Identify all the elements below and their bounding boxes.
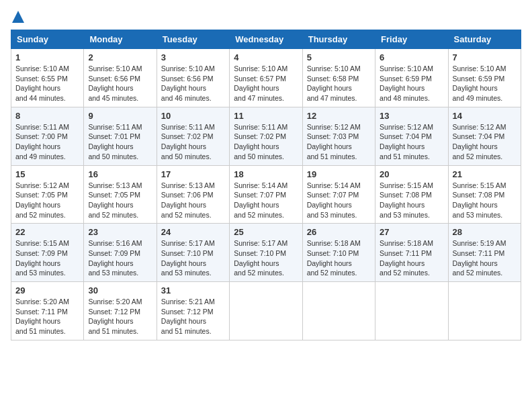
calendar-cell: 6 Sunrise: 5:10 AMSunset: 6:59 PMDayligh… <box>375 49 448 107</box>
calendar-cell: 17 Sunrise: 5:13 AMSunset: 7:06 PMDaylig… <box>157 165 229 224</box>
day-info: Sunrise: 5:12 AMSunset: 7:05 PMDaylight … <box>15 181 69 219</box>
day-info: Sunrise: 5:12 AMSunset: 7:04 PMDaylight … <box>380 123 433 161</box>
week-row-5: 29 Sunrise: 5:20 AMSunset: 7:11 PMDaylig… <box>11 282 521 340</box>
day-info: Sunrise: 5:20 AMSunset: 7:12 PMDaylight … <box>88 298 142 335</box>
calendar-cell: 22 Sunrise: 5:15 AMSunset: 7:09 PMDaylig… <box>11 224 84 282</box>
calendar-cell <box>448 282 521 340</box>
calendar-cell: 30 Sunrise: 5:20 AMSunset: 7:12 PMDaylig… <box>84 282 157 340</box>
day-number: 12 <box>307 111 371 121</box>
calendar-cell: 5 Sunrise: 5:10 AMSunset: 6:58 PMDayligh… <box>302 49 375 107</box>
calendar-cell <box>302 282 375 340</box>
day-number: 18 <box>234 169 298 179</box>
weekday-header-row: SundayMondayTuesdayWednesdayThursdayFrid… <box>11 30 521 49</box>
day-info: Sunrise: 5:14 AMSunset: 7:07 PMDaylight … <box>307 181 361 219</box>
day-number: 19 <box>307 169 371 179</box>
calendar-cell: 21 Sunrise: 5:15 AMSunset: 7:08 PMDaylig… <box>448 165 521 224</box>
calendar-cell: 18 Sunrise: 5:14 AMSunset: 7:07 PMDaylig… <box>230 165 302 224</box>
day-info: Sunrise: 5:13 AMSunset: 7:06 PMDaylight … <box>161 181 215 219</box>
day-number: 13 <box>380 111 443 121</box>
day-info: Sunrise: 5:21 AMSunset: 7:12 PMDaylight … <box>161 298 215 335</box>
day-info: Sunrise: 5:10 AMSunset: 6:56 PMDaylight … <box>161 64 215 102</box>
day-info: Sunrise: 5:11 AMSunset: 7:01 PMDaylight … <box>88 123 142 161</box>
calendar-cell: 4 Sunrise: 5:10 AMSunset: 6:57 PMDayligh… <box>230 49 302 107</box>
calendar-cell: 3 Sunrise: 5:10 AMSunset: 6:56 PMDayligh… <box>157 49 229 107</box>
day-number: 28 <box>453 227 517 237</box>
calendar-cell: 7 Sunrise: 5:10 AMSunset: 6:59 PMDayligh… <box>448 49 521 107</box>
day-info: Sunrise: 5:20 AMSunset: 7:11 PMDaylight … <box>15 298 69 335</box>
day-number: 30 <box>88 285 152 295</box>
weekday-header-thursday: Thursday <box>302 30 375 49</box>
calendar-cell: 13 Sunrise: 5:12 AMSunset: 7:04 PMDaylig… <box>375 107 448 165</box>
weekday-header-saturday: Saturday <box>448 30 521 49</box>
day-number: 29 <box>15 285 79 295</box>
week-row-3: 15 Sunrise: 5:12 AMSunset: 7:05 PMDaylig… <box>11 165 521 224</box>
calendar-cell <box>375 282 448 340</box>
day-number: 21 <box>453 169 517 179</box>
day-number: 8 <box>15 111 79 121</box>
calendar-cell: 2 Sunrise: 5:10 AMSunset: 6:56 PMDayligh… <box>84 49 157 107</box>
day-number: 5 <box>307 52 371 62</box>
day-info: Sunrise: 5:10 AMSunset: 6:56 PMDaylight … <box>88 64 142 102</box>
day-number: 10 <box>161 111 225 121</box>
calendar-cell: 11 Sunrise: 5:11 AMSunset: 7:02 PMDaylig… <box>230 107 302 165</box>
day-info: Sunrise: 5:16 AMSunset: 7:09 PMDaylight … <box>88 239 142 277</box>
day-number: 9 <box>88 111 152 121</box>
day-info: Sunrise: 5:10 AMSunset: 6:59 PMDaylight … <box>380 64 433 102</box>
day-number: 15 <box>15 169 79 179</box>
day-info: Sunrise: 5:18 AMSunset: 7:10 PMDaylight … <box>307 239 361 277</box>
day-info: Sunrise: 5:19 AMSunset: 7:11 PMDaylight … <box>453 239 506 277</box>
day-number: 27 <box>380 227 443 237</box>
calendar-cell: 26 Sunrise: 5:18 AMSunset: 7:10 PMDaylig… <box>302 224 375 282</box>
day-number: 3 <box>161 52 225 62</box>
calendar-cell: 20 Sunrise: 5:15 AMSunset: 7:08 PMDaylig… <box>375 165 448 224</box>
weekday-header-sunday: Sunday <box>11 30 84 49</box>
day-number: 11 <box>234 111 298 121</box>
day-info: Sunrise: 5:17 AMSunset: 7:10 PMDaylight … <box>234 239 287 277</box>
calendar-cell: 10 Sunrise: 5:11 AMSunset: 7:02 PMDaylig… <box>157 107 229 165</box>
day-info: Sunrise: 5:11 AMSunset: 7:02 PMDaylight … <box>234 123 287 161</box>
calendar-cell: 19 Sunrise: 5:14 AMSunset: 7:07 PMDaylig… <box>302 165 375 224</box>
calendar-cell: 9 Sunrise: 5:11 AMSunset: 7:01 PMDayligh… <box>84 107 157 165</box>
day-info: Sunrise: 5:11 AMSunset: 7:00 PMDaylight … <box>15 123 69 161</box>
calendar-cell: 28 Sunrise: 5:19 AMSunset: 7:11 PMDaylig… <box>448 224 521 282</box>
day-info: Sunrise: 5:15 AMSunset: 7:08 PMDaylight … <box>453 181 506 219</box>
day-number: 31 <box>161 285 225 295</box>
day-number: 22 <box>15 227 79 237</box>
day-info: Sunrise: 5:10 AMSunset: 6:55 PMDaylight … <box>15 64 69 102</box>
day-info: Sunrise: 5:13 AMSunset: 7:05 PMDaylight … <box>88 181 142 219</box>
calendar-cell <box>230 282 302 340</box>
weekday-header-monday: Monday <box>84 30 157 49</box>
svg-marker-0 <box>12 11 24 23</box>
week-row-2: 8 Sunrise: 5:11 AMSunset: 7:00 PMDayligh… <box>11 107 521 165</box>
week-row-1: 1 Sunrise: 5:10 AMSunset: 6:55 PMDayligh… <box>11 49 521 107</box>
day-number: 6 <box>380 52 443 62</box>
weekday-header-wednesday: Wednesday <box>230 30 302 49</box>
week-row-4: 22 Sunrise: 5:15 AMSunset: 7:09 PMDaylig… <box>11 224 521 282</box>
calendar-cell: 31 Sunrise: 5:21 AMSunset: 7:12 PMDaylig… <box>157 282 229 340</box>
day-info: Sunrise: 5:10 AMSunset: 6:57 PMDaylight … <box>234 64 287 102</box>
calendar-cell: 12 Sunrise: 5:12 AMSunset: 7:03 PMDaylig… <box>302 107 375 165</box>
calendar-cell: 25 Sunrise: 5:17 AMSunset: 7:10 PMDaylig… <box>230 224 302 282</box>
weekday-header-friday: Friday <box>375 30 448 49</box>
calendar-table: SundayMondayTuesdayWednesdayThursdayFrid… <box>11 30 521 340</box>
calendar-cell: 14 Sunrise: 5:12 AMSunset: 7:04 PMDaylig… <box>448 107 521 165</box>
day-info: Sunrise: 5:18 AMSunset: 7:11 PMDaylight … <box>380 239 433 277</box>
calendar-cell: 23 Sunrise: 5:16 AMSunset: 7:09 PMDaylig… <box>84 224 157 282</box>
day-info: Sunrise: 5:10 AMSunset: 6:58 PMDaylight … <box>307 64 361 102</box>
calendar-cell: 1 Sunrise: 5:10 AMSunset: 6:55 PMDayligh… <box>11 49 84 107</box>
day-number: 16 <box>88 169 152 179</box>
calendar-cell: 15 Sunrise: 5:12 AMSunset: 7:05 PMDaylig… <box>11 165 84 224</box>
day-number: 23 <box>88 227 152 237</box>
day-info: Sunrise: 5:14 AMSunset: 7:07 PMDaylight … <box>234 181 287 219</box>
day-info: Sunrise: 5:12 AMSunset: 7:03 PMDaylight … <box>307 123 361 161</box>
page-header <box>11 11 521 23</box>
day-info: Sunrise: 5:12 AMSunset: 7:04 PMDaylight … <box>453 123 506 161</box>
day-number: 4 <box>234 52 298 62</box>
day-info: Sunrise: 5:10 AMSunset: 6:59 PMDaylight … <box>453 64 506 102</box>
day-number: 7 <box>453 52 517 62</box>
calendar-cell: 8 Sunrise: 5:11 AMSunset: 7:00 PMDayligh… <box>11 107 84 165</box>
calendar-cell: 29 Sunrise: 5:20 AMSunset: 7:11 PMDaylig… <box>11 282 84 340</box>
day-number: 14 <box>453 111 517 121</box>
calendar-cell: 16 Sunrise: 5:13 AMSunset: 7:05 PMDaylig… <box>84 165 157 224</box>
day-number: 24 <box>161 227 225 237</box>
